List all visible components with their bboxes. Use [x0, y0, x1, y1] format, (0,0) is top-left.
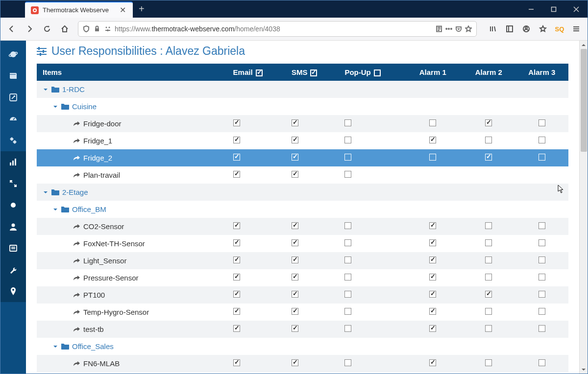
pocket-icon[interactable] — [455, 25, 463, 33]
item-checkbox[interactable] — [539, 274, 545, 280]
item-row[interactable]: Temp-Hygro-Sensor — [37, 304, 568, 321]
library-icon[interactable] — [486, 22, 500, 36]
item-checkbox[interactable] — [539, 119, 545, 126]
item-checkbox[interactable] — [344, 308, 351, 315]
item-checkbox[interactable] — [292, 137, 298, 143]
window-minimize-button[interactable] — [520, 0, 542, 18]
window-maximize-button[interactable] — [542, 0, 565, 18]
item-checkbox[interactable] — [344, 325, 351, 332]
item-row[interactable]: Light_Sensor — [37, 252, 568, 269]
bookmark-star-icon[interactable] — [465, 25, 472, 33]
sidebar-item-book[interactable] — [0, 65, 26, 87]
item-row[interactable]: test-tb — [37, 321, 568, 338]
browser-tab[interactable]: Thermotrack Webserve ✕ — [25, 1, 133, 18]
item-row[interactable]: FN6-MLAB — [37, 355, 568, 372]
shield-icon[interactable] — [82, 25, 90, 33]
sidebar-item-location[interactable] — [0, 280, 26, 302]
email-header-checkbox[interactable] — [256, 70, 263, 76]
item-checkbox[interactable] — [233, 222, 240, 229]
sidebar-item-settings[interactable] — [0, 130, 26, 151]
item-checkbox[interactable] — [292, 291, 298, 298]
item-checkbox[interactable] — [539, 257, 545, 263]
sidebar-item-news[interactable] — [0, 237, 26, 259]
item-checkbox[interactable] — [292, 239, 298, 246]
item-checkbox[interactable] — [344, 119, 351, 126]
item-checkbox[interactable] — [429, 222, 436, 229]
chevron-down-icon[interactable] — [52, 207, 58, 212]
lock-icon[interactable] — [93, 25, 101, 33]
header-popup[interactable]: Pop-Up — [340, 64, 403, 81]
item-checkbox[interactable] — [233, 171, 240, 178]
item-checkbox[interactable] — [485, 291, 492, 298]
item-checkbox[interactable] — [539, 308, 545, 315]
header-email[interactable]: Email — [228, 64, 287, 81]
item-checkbox[interactable] — [233, 274, 240, 280]
extension-icon[interactable]: SQ — [552, 22, 567, 36]
scroll-down-button[interactable] — [580, 365, 588, 374]
more-actions-icon[interactable]: ••• — [445, 25, 453, 33]
item-checkbox[interactable] — [292, 171, 298, 178]
item-row[interactable]: Fridge_1 — [37, 132, 568, 149]
folder-row[interactable]: Cuisine — [37, 98, 568, 115]
item-checkbox[interactable] — [429, 137, 436, 143]
item-checkbox[interactable] — [429, 325, 436, 332]
item-row[interactable]: FoxNet-TH-Sensor — [37, 235, 568, 252]
item-checkbox[interactable] — [429, 119, 436, 126]
item-checkbox[interactable] — [485, 137, 492, 143]
item-checkbox[interactable] — [539, 359, 545, 366]
sidebar-item-dashboard[interactable] — [0, 108, 26, 130]
item-checkbox[interactable] — [292, 308, 298, 315]
item-checkbox[interactable] — [429, 239, 436, 246]
sidebar-item-chart[interactable] — [0, 151, 26, 173]
item-checkbox[interactable] — [233, 154, 240, 161]
item-checkbox[interactable] — [344, 154, 351, 161]
sidebar-item-edit[interactable] — [0, 87, 26, 108]
item-checkbox[interactable] — [539, 325, 545, 332]
item-checkbox[interactable] — [344, 171, 351, 178]
header-items[interactable]: Items — [37, 64, 228, 81]
header-alarm2[interactable]: Alarm 2 — [462, 64, 515, 81]
nav-back-button[interactable] — [4, 22, 19, 36]
folder-row[interactable]: 1-RDC — [37, 81, 568, 98]
item-checkbox[interactable] — [485, 222, 492, 229]
item-row[interactable]: Fridge_2 — [37, 149, 568, 166]
item-checkbox[interactable] — [292, 222, 298, 229]
sidebar-item-user[interactable] — [0, 216, 26, 237]
item-checkbox[interactable] — [292, 359, 298, 366]
scroll-thumb[interactable] — [581, 49, 587, 152]
item-row[interactable]: Plan-travail — [37, 166, 568, 184]
scroll-up-button[interactable] — [580, 41, 588, 49]
nav-reload-button[interactable] — [40, 22, 54, 36]
popup-header-checkbox[interactable] — [374, 70, 381, 76]
new-tab-button[interactable]: + — [133, 3, 150, 15]
item-checkbox[interactable] — [429, 308, 436, 315]
header-alarm3[interactable]: Alarm 3 — [515, 64, 568, 81]
item-row[interactable]: Fridge-door — [37, 115, 568, 132]
chevron-down-icon[interactable] — [52, 104, 58, 110]
sms-header-checkbox[interactable] — [310, 70, 317, 76]
item-checkbox[interactable] — [539, 154, 545, 161]
vertical-scrollbar[interactable] — [579, 41, 588, 374]
item-checkbox[interactable] — [344, 137, 351, 143]
nav-home-button[interactable] — [57, 22, 72, 36]
header-sms[interactable]: SMS — [287, 64, 340, 81]
item-checkbox[interactable] — [233, 239, 240, 246]
chevron-down-icon[interactable] — [52, 344, 58, 350]
item-checkbox[interactable] — [539, 291, 545, 298]
chevron-down-icon[interactable] — [43, 189, 49, 195]
item-row[interactable]: Pressure-Sensor — [37, 269, 568, 286]
item-checkbox[interactable] — [233, 325, 240, 332]
item-row[interactable]: CO2-Sensor — [37, 218, 568, 235]
item-checkbox[interactable] — [292, 274, 298, 280]
item-checkbox[interactable] — [539, 137, 545, 143]
item-checkbox[interactable] — [429, 291, 436, 298]
url-bar[interactable]: https://www.thermotrack-webserve.com/hom… — [78, 21, 477, 37]
item-checkbox[interactable] — [292, 325, 298, 332]
item-checkbox[interactable] — [485, 308, 492, 315]
window-close-button[interactable] — [565, 0, 588, 18]
item-checkbox[interactable] — [539, 222, 545, 229]
item-checkbox[interactable] — [233, 359, 240, 366]
item-row[interactable]: PT100 — [37, 286, 568, 304]
item-checkbox[interactable] — [233, 257, 240, 263]
item-checkbox[interactable] — [429, 274, 436, 280]
